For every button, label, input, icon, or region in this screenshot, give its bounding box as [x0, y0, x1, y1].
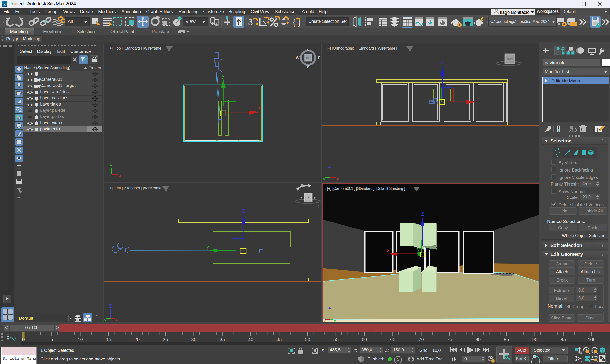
svg-text:Z: Z: [328, 164, 331, 169]
svg-text:65: 65: [390, 337, 395, 342]
svg-text:3: 3: [248, 17, 253, 27]
svg-text:75: 75: [447, 337, 452, 342]
svg-text:85: 85: [504, 337, 509, 342]
svg-text:70: 70: [418, 337, 424, 342]
svg-text:Z: Z: [242, 208, 245, 214]
svg-text:{: {: [293, 17, 296, 27]
svg-text:Z: Z: [441, 60, 444, 65]
svg-text:z: z: [108, 173, 111, 178]
svg-text:y: y: [110, 162, 112, 168]
svg-text:60: 60: [362, 337, 367, 342]
svg-text:x: x: [477, 96, 480, 101]
svg-text:y: y: [417, 247, 420, 252]
svg-text:10: 10: [78, 337, 83, 342]
svg-text:20: 20: [134, 337, 140, 342]
svg-text:y: y: [334, 318, 336, 322]
svg-text:x: x: [119, 173, 121, 178]
svg-text:y: y: [222, 73, 224, 78]
svg-text:100: 100: [588, 337, 596, 342]
svg-text:Z: Z: [328, 305, 331, 310]
svg-text:Z: Z: [109, 303, 112, 309]
svg-text:x: x: [337, 176, 339, 181]
svg-text:3: 3: [4, 2, 5, 5]
svg-text:x: x: [323, 318, 326, 322]
svg-text:C:\Users\tiago\...os\3ds Max 2: C:\Users\tiago\...os\3ds Max 2024: [490, 19, 550, 24]
svg-text:View: View: [185, 19, 196, 24]
svg-text:TOP: TOP: [306, 57, 310, 59]
svg-text:x: x: [387, 247, 389, 253]
svg-text:Z: Z: [421, 211, 424, 217]
svg-text:95: 95: [561, 337, 566, 342]
svg-text:Create Selection Set: Create Selection Set: [308, 19, 347, 24]
svg-text:15: 15: [106, 337, 111, 342]
svg-text:45: 45: [276, 337, 282, 342]
svg-text:50: 50: [305, 337, 310, 342]
svg-text:40: 40: [248, 337, 253, 342]
svg-text:S: S: [307, 65, 310, 69]
svg-text:FRONT: FRONT: [506, 58, 514, 60]
svg-text:55: 55: [333, 337, 338, 342]
svg-text:E: E: [318, 56, 321, 60]
svg-text:35: 35: [220, 337, 225, 342]
svg-text:90: 90: [532, 337, 537, 342]
svg-text:25: 25: [163, 337, 168, 342]
svg-text:MAX: MAX: [3, 5, 6, 7]
svg-text:30: 30: [191, 337, 196, 342]
svg-text:5: 5: [51, 337, 53, 342]
svg-text:N: N: [307, 48, 310, 52]
svg-text:y: y: [207, 244, 209, 250]
svg-text:x: x: [116, 317, 118, 322]
svg-text:W: W: [296, 56, 299, 60]
svg-text:0: 0: [22, 337, 25, 342]
svg-text:y: y: [323, 176, 325, 181]
svg-text:y: y: [104, 317, 106, 322]
svg-text:LEFT: LEFT: [305, 196, 311, 199]
svg-text:All: All: [68, 19, 73, 24]
svg-text:80: 80: [475, 337, 480, 342]
svg-text:x: x: [258, 105, 260, 110]
